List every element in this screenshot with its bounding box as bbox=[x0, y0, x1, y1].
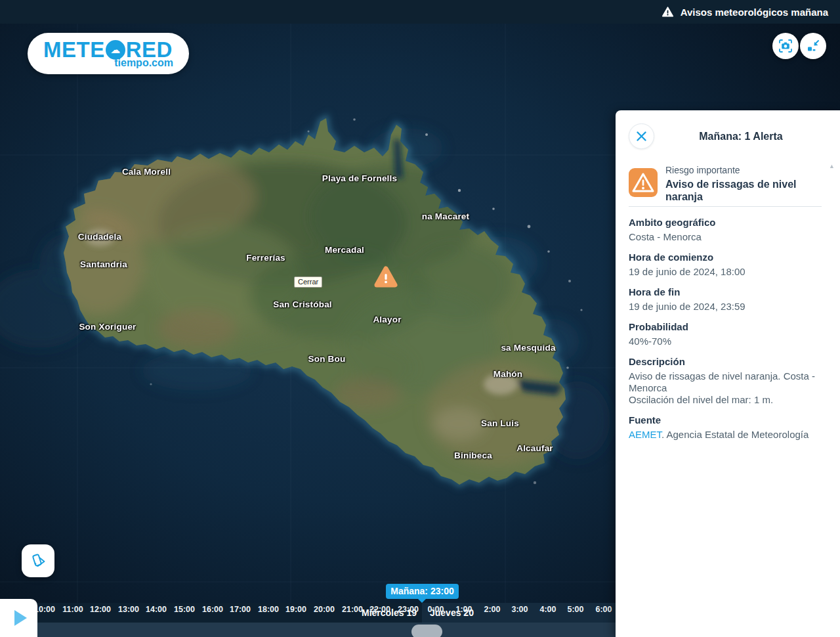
map-layers-button[interactable] bbox=[22, 544, 54, 577]
layers-icon bbox=[28, 551, 48, 571]
timeline-hour[interactable]: 16:00 bbox=[198, 605, 227, 614]
alert-title: Aviso de rissagas de nivel naranja bbox=[665, 178, 823, 203]
timeline-bar[interactable]: Miércoles 19 Jueves 20 10:00 11:00 12:00… bbox=[0, 603, 616, 637]
map-label: Santandria bbox=[80, 259, 127, 269]
camera-icon bbox=[778, 38, 793, 54]
map-label: na Macaret bbox=[422, 211, 470, 221]
app-window: Cala Morell Playa de Fornells na Macaret… bbox=[0, 0, 840, 637]
panel-title: Mañana: 1 Alerta bbox=[662, 131, 820, 143]
map-label: Son Xoriguer bbox=[79, 322, 136, 332]
field-value-description-1: Aviso de rissagas de nivel naranja. Cost… bbox=[629, 370, 819, 394]
field-label-source: Fuente bbox=[629, 414, 824, 426]
alert-risk-level: Riesgo importante bbox=[665, 165, 740, 175]
field-value-probability: 40%-70% bbox=[629, 336, 819, 347]
timeline-hour[interactable]: 20:00 bbox=[310, 605, 339, 614]
field-label-description: Descripción bbox=[629, 356, 824, 367]
map-warning-icon[interactable] bbox=[373, 265, 398, 289]
time-tooltip: Mañana: 23:00 bbox=[386, 584, 459, 599]
timeline-hour[interactable]: 19:00 bbox=[282, 605, 310, 614]
logo-text-left: METE bbox=[43, 39, 105, 60]
timeline-hour[interactable]: 0:00 bbox=[421, 605, 450, 614]
field-value-description-2: Oscilación del nivel del mar: 1 m. bbox=[629, 394, 819, 406]
map-label: Playa de Fornells bbox=[322, 173, 397, 183]
time-slider-handle[interactable] bbox=[411, 625, 442, 637]
field-value-source: AEMET. Agencia Estatal de Meteorología bbox=[629, 429, 819, 441]
divider bbox=[629, 206, 822, 207]
timeline-hour[interactable]: 15:00 bbox=[170, 605, 199, 614]
map-label: Alayor bbox=[373, 315, 401, 324]
timeline-hour[interactable]: 12:00 bbox=[86, 605, 115, 614]
field-label-scope: Ambito geográfico bbox=[629, 217, 824, 228]
aemet-link[interactable]: AEMET bbox=[629, 429, 662, 440]
map-label: Ferrerías bbox=[246, 253, 285, 263]
field-label-probability: Probabilidad bbox=[629, 321, 824, 332]
play-icon bbox=[14, 610, 27, 626]
timeline-hour[interactable]: 23:00 bbox=[394, 605, 423, 614]
scroll-up-icon[interactable]: ▲ bbox=[829, 163, 835, 169]
timeline-hour[interactable]: 4:00 bbox=[534, 605, 562, 614]
timeline-hour[interactable]: 21:00 bbox=[338, 605, 367, 614]
timeline-hour[interactable]: 14:00 bbox=[142, 605, 171, 614]
timeline-hour-track[interactable] bbox=[0, 623, 616, 637]
map-label: Mercadal bbox=[325, 245, 364, 255]
timeline-hour[interactable]: 17:00 bbox=[226, 605, 255, 614]
fullscreen-button[interactable] bbox=[800, 33, 826, 59]
time-tooltip-arrow bbox=[417, 598, 427, 603]
field-value-scope: Costa - Menorca bbox=[629, 231, 819, 243]
timeline-hour[interactable]: 11:00 bbox=[58, 605, 87, 614]
field-label-end: Hora de fin bbox=[629, 286, 824, 297]
timeline-hour[interactable]: 2:00 bbox=[478, 605, 507, 614]
close-button[interactable] bbox=[629, 123, 654, 149]
timeline-hour[interactable]: 5:00 bbox=[561, 605, 590, 614]
map-label: Mahón bbox=[494, 369, 523, 379]
close-icon bbox=[636, 131, 647, 142]
timeline-hour[interactable]: 22:00 bbox=[366, 605, 394, 614]
screenshot-button[interactable] bbox=[772, 33, 799, 59]
field-value-end: 19 de junio de 2024, 23:59 bbox=[629, 301, 819, 313]
cloud-logo-icon: ☁ bbox=[106, 40, 125, 60]
timeline-hour[interactable]: 13:00 bbox=[114, 605, 143, 614]
map-label: Son Bou bbox=[308, 354, 346, 364]
field-label-start: Hora de comienzo bbox=[629, 252, 824, 263]
timeline-hour[interactable]: 6:00 bbox=[589, 605, 616, 614]
play-button[interactable] bbox=[0, 599, 37, 637]
map-label: sa Mesquida bbox=[501, 343, 555, 353]
source-agency-text: . Agencia Estatal de Meteorología bbox=[662, 429, 808, 440]
warning-icon bbox=[662, 6, 674, 18]
map-label: Ciudadela bbox=[78, 232, 121, 242]
meteored-logo[interactable]: METE ☁ RED tiempo.com bbox=[28, 33, 189, 74]
fullscreen-icon bbox=[806, 39, 820, 53]
map-label: San Cristóbal bbox=[273, 299, 332, 309]
timeline-hour[interactable]: 1:00 bbox=[450, 605, 478, 614]
warnings-banner[interactable]: Avisos meteorológicos mañana bbox=[0, 0, 840, 24]
timeline-hour[interactable]: 3:00 bbox=[505, 605, 534, 614]
map-label: San Luis bbox=[481, 418, 519, 428]
timeline-hour[interactable]: 18:00 bbox=[254, 605, 283, 614]
alert-triangle-icon bbox=[629, 168, 658, 197]
map-label: Alcaufar bbox=[516, 443, 553, 453]
warnings-banner-label: Avisos meteorológicos mañana bbox=[681, 7, 828, 18]
map-label: Binibeca bbox=[454, 450, 492, 460]
alert-panel: Mañana: 1 Alerta ▲ Riesgo importante Avi… bbox=[616, 110, 840, 637]
close-marker-tooltip: Cerrar bbox=[294, 276, 322, 288]
map-label: Cala Morell bbox=[122, 167, 171, 177]
alert-details: Ambito geográfico Costa - Menorca Hora d… bbox=[629, 217, 824, 441]
logo-subtitle: tiempo.com bbox=[114, 57, 173, 69]
field-value-start: 19 de junio de 2024, 18:00 bbox=[629, 266, 819, 278]
